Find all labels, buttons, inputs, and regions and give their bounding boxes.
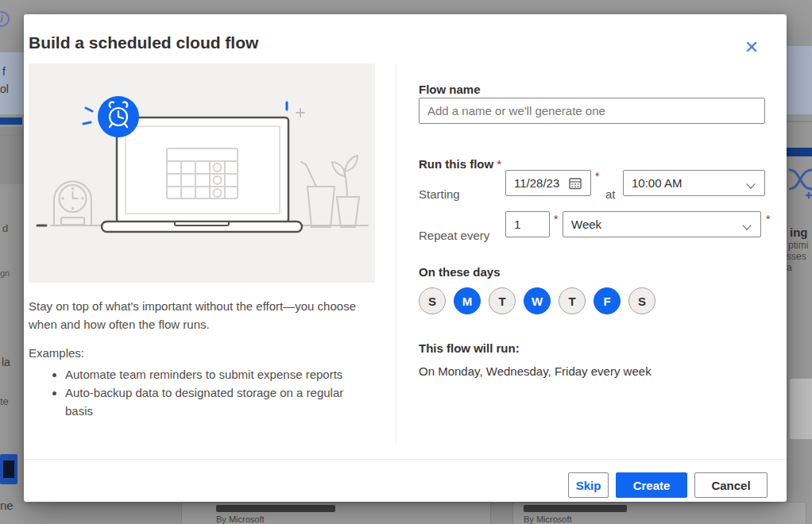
info-icon: i — [0, 11, 10, 27]
background-card-title — [216, 505, 335, 512]
day-toggle-monday[interactable]: M — [454, 287, 481, 314]
alarm-clock-icon — [98, 96, 139, 137]
day-chips: S M T W T F S — [419, 287, 655, 314]
clock-illustration — [54, 182, 91, 225]
background-fragment: sses a — [787, 251, 812, 273]
summary-label: This flow will run: — [419, 341, 520, 355]
background-blue-bar-left — [0, 118, 22, 125]
illustration-panel — [29, 64, 375, 283]
footer-divider — [24, 459, 787, 460]
section-divider — [396, 64, 396, 445]
ring-marks-icon — [83, 108, 92, 124]
scheduled-flow-illustration — [29, 64, 375, 283]
create-button[interactable]: Create — [616, 472, 687, 498]
background-fragment: d — [2, 222, 8, 234]
skip-button[interactable]: Skip — [568, 472, 609, 498]
day-toggle-saturday[interactable]: S — [628, 287, 655, 314]
close-icon[interactable]: ✕ — [737, 33, 766, 62]
day-label: T — [568, 295, 575, 308]
day-label: F — [603, 295, 610, 308]
plus-sparkle-icon — [296, 109, 304, 117]
flow-name-label: Flow name — [419, 83, 481, 96]
build-scheduled-flow-dialog: Build a scheduled cloud flow ✕ — [24, 14, 787, 502]
background-fragment: te — [0, 395, 9, 407]
background-card-byline: By Microsoft — [524, 514, 572, 524]
background-fragment: f — [2, 65, 6, 78]
dialog-description: Stay on top of what's important without … — [29, 297, 381, 333]
plant-illustration — [332, 156, 359, 227]
day-toggle-sunday[interactable]: S — [419, 287, 446, 314]
background-fragment: ing — [790, 225, 808, 239]
background-card-byline: By Microsoft — [216, 514, 265, 524]
background-fragment: ne — [0, 499, 14, 512]
day-toggle-wednesday[interactable]: W — [524, 287, 551, 314]
background-fragment: ol — [0, 83, 9, 95]
flow-name-input[interactable] — [419, 98, 765, 124]
chevron-down-icon — [746, 179, 755, 188]
starting-label: Starting — [419, 187, 460, 201]
background-fragment: ptimi — [788, 240, 808, 251]
start-time-dropdown[interactable]: 10:00 AM — [623, 170, 765, 196]
day-label: S — [428, 295, 436, 308]
day-toggle-thursday[interactable]: T — [559, 287, 586, 314]
background-card-edge — [789, 378, 812, 440]
day-label: W — [532, 295, 543, 308]
day-label: T — [498, 295, 505, 308]
day-toggle-friday[interactable]: F — [594, 287, 621, 314]
start-date-value: 11/28/23 — [514, 176, 559, 190]
run-this-flow-label: Run this flow * — [419, 157, 501, 171]
screen: i f ol d gn la te ne ing ptimi sses a By… — [0, 0, 812, 524]
day-label: S — [638, 295, 646, 308]
background-band-right — [787, 46, 812, 114]
on-these-days-label: On these days — [419, 265, 501, 279]
day-toggle-tuesday[interactable]: T — [489, 287, 516, 314]
calendar-icon — [568, 176, 582, 191]
examples-label: Examples: — [29, 346, 84, 360]
at-label: at — [605, 187, 616, 201]
required-asterisk: * — [554, 213, 558, 225]
background-blue-bar-right — [787, 148, 812, 156]
dialog-title: Build a scheduled cloud flow — [29, 33, 258, 52]
chevron-down-icon — [742, 221, 751, 229]
process-mining-icon — [788, 165, 812, 202]
examples-list: Automate team reminders to submit expens… — [29, 365, 370, 420]
repeat-every-label: Repeat every — [419, 229, 489, 242]
start-date-picker[interactable]: 11/28/23 — [505, 170, 591, 196]
required-asterisk: * — [766, 213, 770, 225]
example-item: Auto-backup data to designated storage o… — [65, 383, 370, 420]
frequency-value: Week — [571, 218, 601, 231]
background-card-title — [524, 505, 627, 512]
summary-text: On Monday, Wednesday, Friday every week — [419, 364, 652, 378]
cup-illustration — [301, 162, 334, 227]
required-asterisk: * — [497, 157, 501, 171]
day-label: M — [462, 295, 473, 308]
background-fragment: gn — [0, 268, 10, 278]
start-time-value: 10:00 AM — [632, 176, 682, 190]
cancel-button[interactable]: Cancel — [694, 472, 768, 498]
example-item: Automate team reminders to submit expens… — [65, 365, 370, 383]
laptop-illustration — [102, 118, 302, 232]
interval-input[interactable]: 1 — [505, 211, 550, 237]
frequency-dropdown[interactable]: Week — [563, 211, 761, 237]
required-asterisk: * — [595, 170, 599, 183]
interval-value: 1 — [514, 218, 520, 231]
background-fragment: la — [2, 356, 10, 368]
